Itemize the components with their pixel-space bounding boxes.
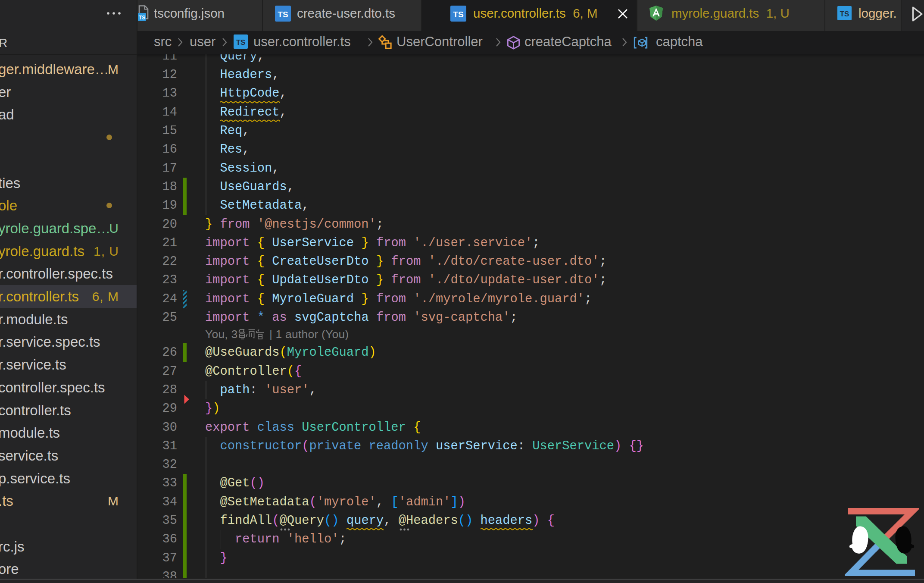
svg-text:TS: TS bbox=[139, 15, 145, 21]
